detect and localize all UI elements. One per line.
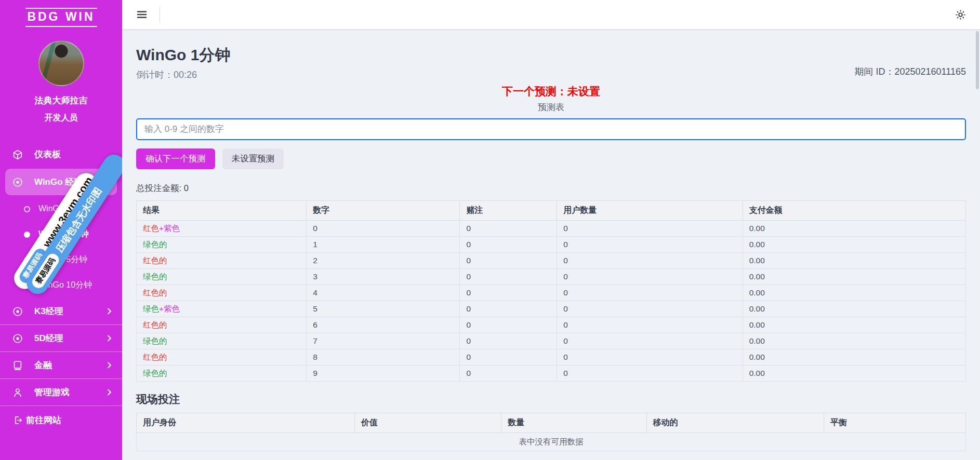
users-cell: 0 — [557, 349, 743, 366]
period-id: 期间 ID：20250216011165 — [855, 65, 966, 78]
avatar — [38, 40, 84, 86]
empty-table-message: 表中没有可用数据 — [137, 433, 966, 451]
gear-icon[interactable] — [955, 9, 966, 21]
column-header: 价值 — [354, 413, 501, 433]
sidebar-subitem-wingo-1min[interactable]: WinGo 1分钟 — [0, 196, 122, 222]
sidebar: BDG WIN 法典大师拉吉 开发人员 仪表板WinGo 经理WinGo 1分钟… — [0, 0, 122, 460]
result-cell: 红色的 — [137, 317, 307, 333]
result-cell: 红色的 — [137, 285, 307, 301]
top-bar — [122, 0, 980, 29]
page-content: WinGo 1分钟 倒计时：00:26 期间 ID：20250216011165… — [122, 29, 980, 460]
users-cell: 0 — [557, 237, 743, 253]
number-cell: 0 — [307, 221, 460, 237]
number-cell: 4 — [307, 285, 460, 301]
sidebar-subitem-wingo-5min[interactable]: WinGo 5分钟 — [0, 247, 122, 273]
confirm-prediction-button[interactable]: 确认下一个预测 — [136, 148, 215, 169]
live-bets-empty-row: 表中没有可用数据 — [137, 433, 966, 451]
bet-cell: 0 — [460, 301, 557, 317]
exit-icon — [11, 415, 24, 425]
sidebar-item-manage-games[interactable]: 管理游戏 — [0, 378, 122, 405]
hamburger-menu-icon[interactable] — [136, 8, 148, 21]
prediction-table-row: 绿色+紫色5000.00 — [137, 301, 966, 317]
number-cell: 8 — [307, 349, 460, 366]
sidebar-item-label: 前往网站 — [26, 414, 61, 426]
payout-cell: 0.00 — [743, 301, 965, 317]
chevron-right-icon — [105, 179, 112, 185]
sidebar-subitem-label: WinGo 5分钟 — [38, 254, 87, 265]
period-label: 期间 ID： — [855, 66, 895, 77]
payout-cell: 0.00 — [743, 333, 965, 349]
target-icon — [11, 333, 24, 344]
sidebar-item-wingo-manager[interactable]: WinGo 经理 — [5, 169, 117, 195]
sidebar-nav: 仪表板WinGo 经理WinGo 1分钟WinGo 3分钟WinGo 5分钟Wi… — [0, 141, 122, 434]
bet-cell: 0 — [460, 349, 557, 366]
result-cell: 红色+紫色 — [137, 221, 307, 237]
countdown-label: 倒计时： — [136, 70, 174, 80]
bet-cell: 0 — [460, 253, 557, 269]
chevron-right-icon — [106, 308, 113, 315]
number-cell: 5 — [307, 301, 460, 317]
prediction-table-row: 红色+紫色0000.00 — [137, 221, 966, 237]
number-cell: 9 — [307, 366, 460, 382]
next-prediction-alert: 下一个预测：未设置 — [136, 84, 966, 99]
number-cell: 2 — [307, 253, 460, 269]
sidebar-item-label: K3经理 — [34, 305, 63, 317]
profile-role: 开发人员 — [0, 113, 122, 124]
result-cell: 绿色的 — [137, 237, 307, 253]
users-cell: 0 — [557, 301, 743, 317]
users-cell: 0 — [557, 285, 743, 301]
prediction-table-row: 红色的2000.00 — [137, 253, 966, 269]
prediction-table-row: 绿色的1000.00 — [137, 237, 966, 253]
payout-cell: 0.00 — [743, 221, 965, 237]
column-header: 数量 — [501, 413, 646, 433]
sidebar-item-dashboard[interactable]: 仪表板 — [0, 141, 122, 168]
bet-cell: 0 — [460, 317, 557, 333]
prediction-table-row: 绿色的9000.00 — [137, 366, 966, 382]
bullet-hollow-icon — [24, 282, 30, 289]
bet-cell: 0 — [460, 237, 557, 253]
scrollbar-thumb[interactable] — [976, 31, 979, 89]
column-header: 数字 — [307, 201, 460, 221]
sidebar-item-finance[interactable]: 金融 — [0, 351, 122, 378]
chevron-right-icon — [106, 335, 113, 342]
sidebar-item-5d-manager[interactable]: 5D经理 — [0, 324, 122, 351]
live-bets-table: 用户身份价值数量移动的平衡 表中没有可用数据 — [136, 413, 966, 451]
brand-logo: BDG WIN — [25, 8, 97, 27]
live-bets-header-row: 用户身份价值数量移动的平衡 — [137, 413, 966, 433]
column-header: 平衡 — [824, 413, 966, 433]
unset-prediction-button[interactable]: 未设置预测 — [222, 148, 284, 169]
user-icon — [11, 387, 24, 398]
result-cell: 红色的 — [137, 253, 307, 269]
users-cell: 0 — [557, 253, 743, 269]
book-icon — [11, 360, 24, 371]
number-input[interactable] — [136, 118, 966, 140]
sidebar-subitem-wingo-3min[interactable]: WinGo 3分钟 — [0, 222, 122, 247]
user-profile: 法典大师拉吉 开发人员 — [0, 40, 122, 124]
payout-cell: 0.00 — [743, 237, 965, 253]
sidebar-subitem-wingo-10min[interactable]: WinGo 10分钟 — [0, 273, 122, 298]
topbar-divider — [160, 7, 160, 22]
bet-cell: 0 — [460, 285, 557, 301]
payout-cell: 0.00 — [743, 317, 965, 333]
sidebar-item-label: WinGo 经理 — [34, 176, 83, 188]
column-header: 结果 — [137, 201, 307, 221]
bet-cell: 0 — [460, 333, 557, 349]
action-buttons: 确认下一个预测 未设置预测 — [136, 148, 966, 169]
page-title: WinGo 1分钟 — [136, 45, 966, 66]
sidebar-subitem-label: WinGo 3分钟 — [38, 229, 89, 240]
countdown-value: 00:26 — [174, 70, 197, 80]
chevron-right-icon — [106, 362, 113, 369]
result-cell: 红色的 — [137, 349, 307, 366]
prediction-table-row: 红色的8000.00 — [137, 349, 966, 366]
period-value: 20250216011165 — [895, 66, 966, 77]
sidebar-subitem-label: WinGo 1分钟 — [38, 204, 87, 214]
sidebar-item-k3-manager[interactable]: K3经理 — [0, 298, 122, 324]
countdown: 倒计时：00:26 — [136, 69, 966, 81]
bet-cell: 0 — [460, 269, 557, 285]
live-bets-title: 现场投注 — [136, 392, 966, 407]
users-cell: 0 — [557, 269, 743, 285]
sidebar-item-goto-website[interactable]: 前往网站 — [0, 405, 122, 434]
payout-cell: 0.00 — [743, 285, 965, 301]
prediction-table-row: 红色的6000.00 — [137, 317, 966, 333]
payout-cell: 0.00 — [743, 366, 965, 382]
